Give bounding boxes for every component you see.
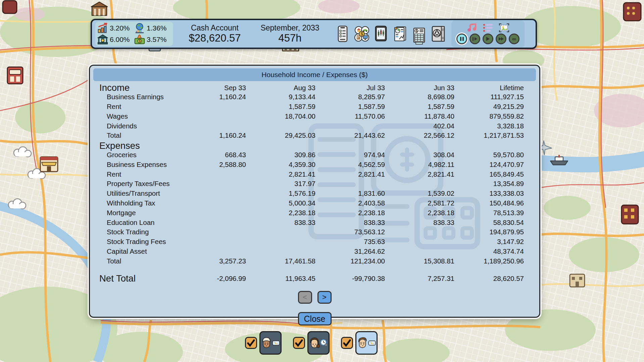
bills-button[interactable]: $ — [411, 27, 428, 46]
row-label: Property Taxes/Fees — [99, 180, 177, 188]
table-row: Education Loan838.33838.33838.3358,830.5… — [99, 218, 524, 227]
member-3-card[interactable] — [355, 331, 378, 355]
table-cell: 11,963.45 — [246, 275, 315, 283]
table-cell: 194,879.95 — [454, 228, 524, 236]
section-header: Income — [99, 82, 177, 93]
close-button[interactable]: Close — [298, 312, 332, 325]
table-cell: 11,878.40 — [385, 112, 454, 120]
table-row: Withholding Tax5,000.342,403.582,581.721… — [99, 198, 524, 208]
table-row: Utilities/Transport1,576.191,831.601,539… — [99, 189, 524, 198]
reports-button[interactable] — [392, 24, 408, 43]
member-3-avatar — [357, 336, 368, 350]
table-cell: -2,096.99 — [177, 275, 246, 283]
media-panel: ∞ — [451, 20, 525, 47]
row-label: Capital Asset — [99, 247, 177, 255]
table-cell: 838.33 — [385, 219, 454, 227]
table-cell: 21,443.62 — [315, 131, 385, 139]
prev-month-button[interactable]: < — [298, 291, 312, 304]
building-icon — [624, 3, 641, 21]
table-cell: 838.33 — [315, 219, 385, 227]
table-cell: 2,238.18 — [246, 209, 315, 217]
member-1-card[interactable] — [259, 331, 282, 355]
column-header: Jun 33 — [385, 84, 454, 92]
table-cell: 9,133.44 — [246, 93, 315, 101]
world-rate-value: 1.36% — [147, 24, 167, 32]
family-status-bar — [245, 331, 378, 355]
row-label: Total — [99, 257, 177, 265]
table-cell: 2,821.41 — [315, 170, 385, 178]
playlist-icon[interactable] — [483, 23, 493, 32]
member-2-checkbox[interactable] — [293, 337, 305, 349]
table-cell: 1,587.59 — [315, 103, 385, 111]
table-header-row: IncomeSep 33Aug 33Jul 33Jun 33Lifetime — [99, 82, 524, 92]
row-label: Wages — [99, 112, 177, 120]
table-cell: 1,160.24 — [177, 93, 246, 101]
step-button[interactable] — [469, 34, 480, 44]
obituary-button[interactable] — [430, 24, 447, 43]
table-cell: 73,563.12 — [315, 228, 385, 236]
table-row: Stock Trading73,563.12194,879.95 — [99, 227, 524, 237]
assets-button[interactable]: $ — [353, 24, 370, 43]
row-label: Business Expenses — [99, 161, 177, 169]
table-cell: 1,831.60 — [315, 189, 385, 197]
pause-button[interactable] — [456, 34, 467, 44]
table-cell: 4,982.11 — [385, 161, 454, 169]
cash-account-label: Cash Account — [179, 23, 250, 32]
music-icon[interactable] — [467, 23, 477, 32]
table-row: Total1,160.2429,425.0321,443.6222,566.12… — [99, 131, 524, 140]
inflation-rate-value: 3.57% — [147, 36, 167, 44]
assets-icon: $ — [354, 25, 370, 43]
table-cell: 2,588.80 — [177, 161, 246, 169]
table-row: Business Earnings1,160.249,133.448,285.9… — [99, 92, 524, 102]
table-cell: 2,821.41 — [246, 170, 315, 178]
row-label: Groceries — [99, 151, 177, 159]
busy-clock-icon — [320, 339, 328, 347]
hud-menu: $ $ — [334, 22, 447, 46]
play-button[interactable] — [483, 34, 493, 44]
game-date: September, 2033 — [254, 23, 326, 32]
table-cell: 2,238.18 — [385, 209, 454, 217]
table-cell: 18,704.00 — [246, 112, 315, 120]
store-icon — [40, 157, 58, 172]
row-label: Rent — [99, 170, 177, 178]
table-cell: 1,189,250.96 — [454, 257, 524, 265]
next-month-button[interactable]: > — [317, 291, 332, 304]
row-label: Total — [99, 131, 177, 139]
income-expenses-dialog: Household Income / Expenses ($) IncomeSe… — [89, 65, 540, 318]
table-row: Total3,257.2317,461.58121,234.0015,308.8… — [99, 256, 524, 266]
table-cell: 3,328.18 — [454, 122, 524, 130]
table-cell: 4,359.30 — [246, 161, 315, 169]
table-cell: 735.63 — [315, 238, 385, 246]
max-speed-button[interactable]: ∞ — [509, 34, 519, 44]
member-1-checkbox[interactable] — [245, 337, 257, 349]
table-cell: 11,570.06 — [315, 112, 385, 120]
column-header: Jul 33 — [315, 84, 385, 92]
table-cell: 29,425.03 — [246, 131, 315, 139]
expenses-header-row: Expenses — [99, 140, 524, 150]
table-cell: 1,587.59 — [385, 103, 454, 111]
table-cell: 22,566.12 — [385, 131, 454, 139]
table-row: Dividends402.043,328.18 — [99, 121, 524, 131]
row-label: Stock Trading — [99, 228, 177, 236]
member-2-card[interactable] — [307, 331, 330, 355]
stock-market-button[interactable] — [373, 24, 389, 43]
section-header: Net Total — [99, 273, 177, 284]
dialog-title: Household Income / Expenses ($) — [93, 68, 536, 81]
table-cell: 59,570.80 — [454, 151, 524, 159]
row-label: Rent — [99, 103, 177, 111]
table-row: Rent1,587.591,587.591,587.5949,215.29 — [99, 102, 524, 112]
phone-tasks-button[interactable] — [334, 24, 351, 43]
market-stats-panel: 3.20% 1.36% 6.00% $ 3.57% — [95, 22, 173, 46]
table-cell: 7,257.31 — [385, 275, 454, 283]
table-cell: 8,698.09 — [385, 93, 454, 101]
member-3-checkbox[interactable] — [341, 337, 353, 349]
row-label: Withholding Tax — [99, 199, 177, 207]
fast-forward-button[interactable] — [496, 34, 506, 44]
screenshot-icon[interactable] — [499, 23, 509, 32]
world-market-rate: 1.36% — [134, 23, 171, 34]
table-cell: 3,257.23 — [177, 257, 246, 265]
top-hud: 3.20% 1.36% 6.00% $ 3.57% Cash Account $… — [91, 19, 537, 49]
time-played: 457h — [254, 32, 326, 44]
row-label: Mortgage — [99, 209, 177, 217]
svg-text:$: $ — [139, 39, 141, 43]
